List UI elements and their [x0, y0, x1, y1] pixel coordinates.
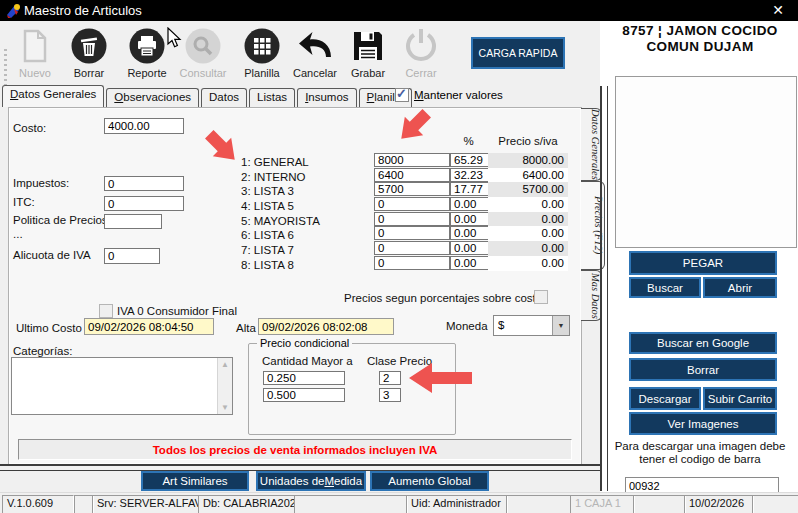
price-list-label: 3: LISTA 3: [241, 185, 294, 197]
unidades-medida-button[interactable]: Unidades de Medida: [256, 471, 366, 491]
tab-observaciones[interactable]: Observaciones: [106, 88, 199, 107]
planilla-button[interactable]: Planilla: [233, 26, 291, 79]
status-server: Srv: SERVER-ALFAVB6: [92, 495, 199, 513]
ver-imagenes-button[interactable]: Ver Imagenes: [629, 412, 777, 435]
pegar-button[interactable]: PEGAR: [629, 251, 777, 275]
tab-datos-generales[interactable]: Datos Generales: [2, 85, 104, 107]
price-list-label: 6: LISTA 6: [241, 229, 294, 241]
iva0-checkbox[interactable]: [99, 304, 113, 318]
close-window-button[interactable]: ✕: [772, 2, 784, 18]
ultimo-costo-input[interactable]: [84, 318, 214, 335]
datos-generales-panel: Costo: Impuestos: ITC: Politica de Preci…: [8, 107, 582, 465]
annotation-arrow-down-right: [202, 127, 242, 167]
precios-porcentajes-label: Precios segun porcentajes sobre costo: [344, 292, 542, 304]
gross-value: 0.00: [488, 241, 568, 256]
moneda-select[interactable]: $ ▼: [493, 315, 570, 336]
annotation-arrow-down-left: [394, 106, 434, 146]
nuevo-button[interactable]: Nuevo: [6, 26, 64, 79]
impuestos-input[interactable]: [104, 176, 184, 191]
itc-label: ITC:: [13, 196, 35, 208]
costo-input[interactable]: [104, 118, 184, 134]
subir-carrito-button[interactable]: Subir Carrito: [703, 387, 777, 410]
alta-input[interactable]: [258, 318, 394, 335]
borrar-imagen-button[interactable]: Borrar: [629, 358, 777, 381]
price-list-label: 2: INTERNO: [241, 171, 306, 183]
maestro-articulos-window: { "window": {"title": "Maestro de Articu…: [0, 0, 798, 513]
clase-precio-input-1[interactable]: [379, 371, 401, 385]
precios-porcentajes-checkbox[interactable]: [534, 290, 548, 304]
categorias-scrollbar[interactable]: ▲ ▼: [217, 358, 232, 414]
mantener-valores-checkbox[interactable]: [395, 88, 409, 102]
side-tab-datos-generales[interactable]: Datos Generales: [581, 108, 602, 181]
cantidad-mayor-input-1[interactable]: [263, 371, 345, 385]
pct-input[interactable]: [450, 168, 489, 182]
tab-listas[interactable]: Listas: [249, 88, 295, 107]
status-spacer: [74, 495, 94, 513]
clase-precio-input-2[interactable]: [379, 388, 401, 402]
abrir-button[interactable]: Abrir: [703, 277, 777, 298]
price-input[interactable]: [374, 212, 450, 226]
borrar-button[interactable]: Borrar: [60, 26, 118, 79]
pct-input[interactable]: [450, 256, 489, 270]
chevron-down-icon[interactable]: ▼: [552, 316, 569, 335]
buscar-button[interactable]: Buscar: [629, 277, 701, 298]
cantidad-mayor-label: Cantidad Mayor a: [262, 355, 353, 367]
buscar-en-google-button[interactable]: Buscar en Google: [629, 332, 777, 354]
power-icon: [402, 27, 440, 65]
alta-label: Alta: [236, 322, 256, 334]
side-tab-mas-datos[interactable]: Mas Datos: [581, 270, 602, 321]
price-list-label: 5: MAYORISTA: [241, 215, 320, 227]
descargar-button[interactable]: Descargar: [629, 387, 701, 410]
new-document-icon: [21, 29, 49, 63]
price-list-label: 7: LISTA 7: [241, 244, 294, 256]
pct-input[interactable]: [450, 197, 489, 211]
price-input[interactable]: [374, 168, 450, 182]
politica-precios-input[interactable]: [104, 214, 162, 229]
status-version: V.1.0.609: [2, 495, 74, 513]
mantener-valores-option: Mantener valores: [395, 88, 503, 102]
politica-precios-label: Politica de Precios: [13, 214, 108, 226]
pct-input[interactable]: [450, 212, 489, 226]
barcode-caption: Para descargar una imagen debe tener el …: [602, 440, 798, 466]
gross-value: 0.00: [488, 226, 568, 241]
categorias-textarea[interactable]: ▲ ▼: [11, 357, 233, 415]
status-spacer: [506, 495, 571, 513]
pct-input[interactable]: [450, 182, 489, 196]
horizontal-splitter: [0, 464, 601, 471]
status-caja: 1 CAJA 1: [570, 495, 635, 513]
itc-input[interactable]: [104, 196, 184, 211]
alicuota-iva-label: Alicuota de IVA: [13, 249, 91, 261]
art-similares-button[interactable]: Art Similares: [141, 471, 249, 491]
pct-input[interactable]: [450, 241, 489, 255]
cantidad-mayor-input-2[interactable]: [263, 388, 345, 402]
cancelar-button[interactable]: Cancelar: [286, 26, 344, 79]
toolbar: Nuevo Borrar Reporte Consultar: [0, 21, 600, 85]
alicuota-iva-input[interactable]: [104, 248, 160, 264]
aumento-global-button[interactable]: Aumento Global: [370, 471, 489, 491]
product-image-placeholder: [615, 76, 797, 248]
scroll-up-icon[interactable]: ▲: [221, 360, 229, 369]
price-input[interactable]: [374, 153, 450, 167]
politica-dots-label: ...: [13, 228, 23, 240]
status-spacer: [294, 495, 408, 513]
price-input[interactable]: [374, 241, 450, 255]
scroll-down-icon[interactable]: ▼: [221, 403, 229, 412]
grabar-button[interactable]: Grabar: [339, 26, 397, 79]
cerrar-button[interactable]: Cerrar: [392, 26, 450, 79]
title-bar: Maestro de Articulos ✕: [0, 0, 798, 21]
grid-icon: [243, 27, 281, 65]
pct-input[interactable]: [450, 226, 489, 240]
price-input[interactable]: [374, 182, 450, 196]
carga-rapida-button[interactable]: CARGA RAPIDA: [471, 37, 565, 69]
tab-insumos[interactable]: Insumos: [297, 88, 356, 107]
undo-arrow-icon: [296, 30, 334, 62]
price-input[interactable]: [374, 197, 450, 211]
pct-input[interactable]: [450, 153, 489, 167]
price-input[interactable]: [374, 256, 450, 270]
mouse-cursor: [167, 27, 183, 49]
printer-icon: [128, 27, 166, 65]
price-input[interactable]: [374, 226, 450, 240]
price-list-label: 8: LISTA 8: [241, 259, 294, 271]
status-spacer: [752, 495, 798, 513]
tab-datos[interactable]: Datos: [201, 88, 247, 107]
